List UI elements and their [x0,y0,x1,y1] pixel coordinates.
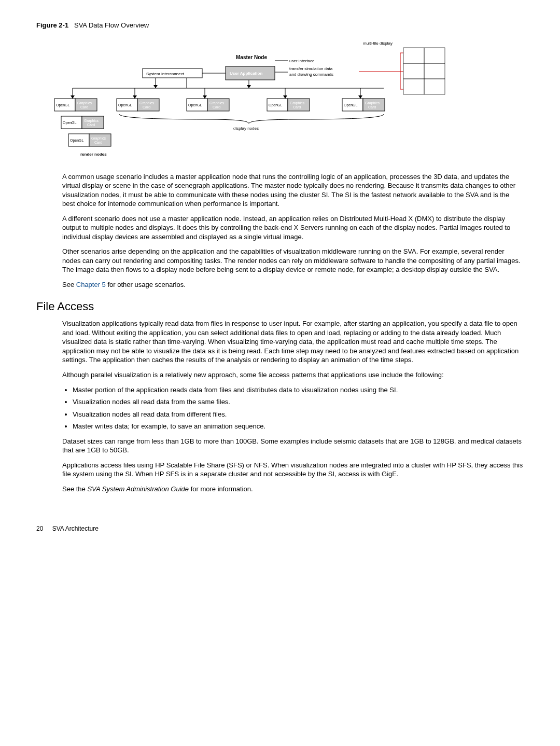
svg-text:Graphics: Graphics [209,101,225,105]
svg-text:Graphics: Graphics [365,101,380,105]
user-app-label: User Application [230,71,262,76]
svg-text:OpenGL: OpenGL [63,121,77,125]
list-item: Master writes data; for example, to save… [73,422,524,431]
bullet-list: Master portion of the application reads … [62,385,524,431]
guide-title: SVA System Administration Guide [87,485,189,493]
paragraph-8: Applications access files using HP Scala… [62,461,524,479]
svg-text:OpenGL: OpenGL [70,139,84,143]
figure-caption: SVA Data Flow Overview [74,21,149,29]
svg-text:OpenGL: OpenGL [56,103,70,107]
render-nodes-label: render nodes [80,152,107,157]
svg-text:Graphics: Graphics [139,101,155,105]
svg-text:OpenGL: OpenGL [344,103,358,107]
transfer-line1: transfer simulation data [289,66,333,71]
paragraph-3: Other scenarios arise depending on the a… [62,247,524,274]
list-item: Visualization nodes all read data from d… [73,410,524,419]
svg-marker-24 [358,95,362,99]
paragraph-7: Dataset sizes can range from less than 1… [62,437,524,455]
system-interconnect-label: System Interconnect [146,72,185,76]
svg-text:OpenGL: OpenGL [188,103,202,107]
svg-text:Card: Card [293,105,301,109]
paragraph-1: A common usage scenario includes a maste… [62,172,524,209]
opengl-node-3: OpenGL Graphics Card [187,99,229,111]
paragraph-4: See Chapter 5 for other usage scenarios. [62,280,524,289]
svg-text:Card: Card [213,105,220,109]
multi-tile-label: multi-tile display [363,41,393,46]
svg-text:Graphics: Graphics [77,101,92,105]
opengl-node-2: OpenGL Graphics Card [117,99,159,111]
opengl-node-7: OpenGL Graphics Card [68,134,111,146]
svg-text:Card: Card [94,141,102,144]
svg-marker-20 [203,95,207,99]
user-interface-label: user interface [289,59,315,63]
opengl-node-1: OpenGL Graphics Card [54,99,97,111]
svg-text:Graphics: Graphics [91,136,106,141]
svg-text:Graphics: Graphics [84,119,99,123]
svg-text:Card: Card [87,123,95,127]
footer-section: SVA Architecture [52,525,99,532]
svg-marker-10 [247,85,251,88]
svg-rect-32 [137,99,159,111]
svg-rect-57 [89,134,111,146]
paragraph-2: A different scenario does not use a mast… [62,214,524,242]
svg-marker-22 [283,95,287,99]
paragraph-9: See the SVA System Administration Guide … [62,485,524,494]
svg-text:Card: Card [368,105,376,109]
svg-marker-16 [71,95,75,99]
sva-diagram: .box { fill: #fff; stroke: #000; stroke-… [52,37,456,162]
svg-rect-52 [82,116,104,129]
page-number: 20 [36,525,43,532]
svg-rect-37 [207,99,229,111]
figure-title: Figure 2-1 SVA Data Flow Overview [36,21,524,30]
svg-text:OpenGL: OpenGL [269,103,283,107]
list-item: Master portion of the application reads … [73,385,524,395]
svg-rect-47 [363,99,385,111]
transfer-line2: and drawing commands [289,72,333,77]
opengl-node-6: OpenGL Graphics Card [61,116,104,129]
svg-text:Graphics: Graphics [290,101,305,105]
display-nodes-label: display nodes [233,126,259,131]
svg-text:OpenGL: OpenGL [118,103,132,107]
svg-marker-18 [133,95,137,99]
svg-marker-13 [153,85,158,88]
svg-rect-27 [75,99,97,111]
master-node-label: Master Node [236,54,267,60]
paragraph-5: Visualization applications typically rea… [62,319,524,365]
svg-text:Card: Card [80,105,88,109]
figure-label: Figure 2-1 [36,21,68,29]
opengl-node-4: OpenGL Graphics Card [267,99,310,111]
list-item: Visualization nodes all read data from t… [73,397,524,407]
opengl-node-5: OpenGL Graphics Card [342,99,385,111]
paragraph-6: Although parallel visualization is a rel… [62,370,524,380]
svg-text:Card: Card [143,105,150,109]
file-access-heading: File Access [36,299,524,314]
page-footer: 20 SVA Architecture [36,524,524,533]
svg-rect-42 [288,99,310,111]
chapter-5-link[interactable]: Chapter 5 [76,281,106,288]
